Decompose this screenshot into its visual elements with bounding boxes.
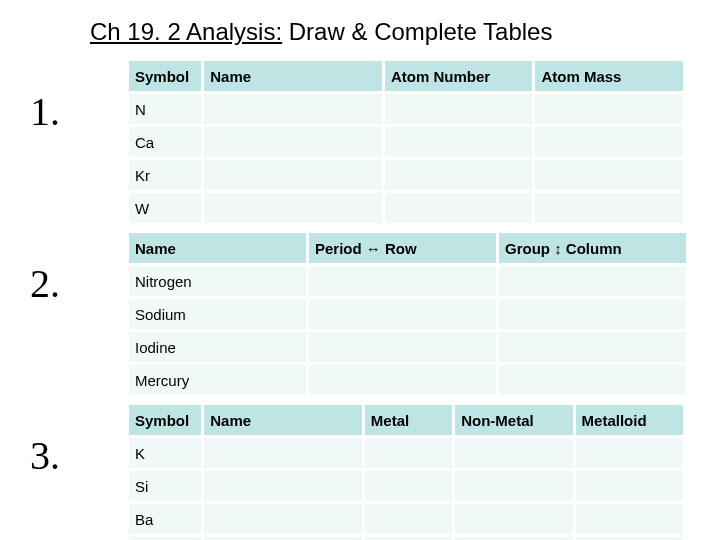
table-row: W: [128, 192, 685, 225]
table-row: Si: [128, 470, 685, 503]
t1-cell-symbol: Kr: [128, 159, 203, 192]
t1-cell-symbol: Ca: [128, 126, 203, 159]
t3-cell-nonmetal: [454, 536, 574, 541]
t3-cell-metalloid: [574, 470, 684, 503]
section-1: 1. Symbol Name Atom Number Atom Mass N C…: [30, 58, 690, 226]
table-row: Nitrogen: [128, 265, 688, 298]
t2-cell-group: [498, 364, 688, 397]
t1-cell-name: [203, 159, 384, 192]
t2-cell-period: [308, 298, 498, 331]
t1-cell-atom-number: [383, 192, 534, 225]
t3-cell-metal: [363, 470, 453, 503]
t3-cell-name: [203, 470, 364, 503]
table-row: S: [128, 536, 685, 541]
section-number-2: 2.: [30, 230, 126, 304]
t3-cell-symbol: Ba: [128, 503, 203, 536]
t2-cell-group: [498, 298, 688, 331]
t1-header-name: Name: [203, 60, 384, 93]
t3-cell-metal: [363, 437, 453, 470]
table-row: Ca: [128, 126, 685, 159]
t3-cell-metalloid: [574, 503, 684, 536]
t1-cell-symbol: N: [128, 93, 203, 126]
t3-header-metalloid: Metalloid: [574, 404, 684, 437]
t3-header-symbol: Symbol: [128, 404, 203, 437]
t3-header-name: Name: [203, 404, 364, 437]
t3-cell-name: [203, 503, 364, 536]
t2-cell-period: [308, 364, 498, 397]
t3-cell-name: [203, 536, 364, 541]
table-row: Sodium: [128, 298, 688, 331]
t3-cell-symbol: K: [128, 437, 203, 470]
t1-cell-atom-mass: [534, 126, 685, 159]
t2-header-group: Group ↕ Column: [498, 232, 688, 265]
t1-header-atom-number: Atom Number: [383, 60, 534, 93]
table-2: Name Period ↔ Row Group ↕ Column Nitroge…: [126, 230, 689, 398]
table-row: Mercury: [128, 364, 688, 397]
table-3: Symbol Name Metal Non-Metal Metalloid K …: [126, 402, 686, 540]
section-number-3: 3.: [30, 402, 126, 476]
t3-cell-nonmetal: [454, 470, 574, 503]
table-row: Kr: [128, 159, 685, 192]
section-3: 3. Symbol Name Metal Non-Metal Metalloid…: [30, 402, 690, 540]
t2-cell-name: Mercury: [128, 364, 308, 397]
page-title: Ch 19. 2 Analysis: Draw & Complete Table…: [90, 18, 690, 46]
title-underlined: Ch 19. 2 Analysis:: [90, 18, 282, 45]
t2-header-name: Name: [128, 232, 308, 265]
t1-cell-name: [203, 93, 384, 126]
t3-header-metal: Metal: [363, 404, 453, 437]
section-2: 2. Name Period ↔ Row Group ↕ Column Nitr…: [30, 230, 690, 398]
t1-cell-atom-mass: [534, 192, 685, 225]
table-row: Iodine: [128, 331, 688, 364]
t1-cell-atom-mass: [534, 93, 685, 126]
t3-cell-name: [203, 437, 364, 470]
table-row: K: [128, 437, 685, 470]
t3-header-nonmetal: Non-Metal: [454, 404, 574, 437]
t3-cell-metal: [363, 503, 453, 536]
t1-cell-name: [203, 126, 384, 159]
t3-cell-metalloid: [574, 536, 684, 541]
t2-header-period: Period ↔ Row: [308, 232, 498, 265]
t1-cell-atom-number: [383, 93, 534, 126]
t3-cell-nonmetal: [454, 503, 574, 536]
t1-cell-name: [203, 192, 384, 225]
title-rest: Draw & Complete Tables: [282, 18, 552, 45]
section-number-1: 1.: [30, 58, 126, 132]
table-row: Ba: [128, 503, 685, 536]
t1-header-symbol: Symbol: [128, 60, 203, 93]
t2-cell-group: [498, 331, 688, 364]
t2-cell-period: [308, 331, 498, 364]
t2-cell-group: [498, 265, 688, 298]
t1-cell-atom-number: [383, 159, 534, 192]
t2-cell-name: Nitrogen: [128, 265, 308, 298]
table-1: Symbol Name Atom Number Atom Mass N Ca K…: [126, 58, 686, 226]
t3-cell-metal: [363, 536, 453, 541]
t1-cell-symbol: W: [128, 192, 203, 225]
t1-header-atom-mass: Atom Mass: [534, 60, 685, 93]
t2-cell-name: Sodium: [128, 298, 308, 331]
table-row: N: [128, 93, 685, 126]
t3-cell-nonmetal: [454, 437, 574, 470]
t2-cell-period: [308, 265, 498, 298]
t3-cell-metalloid: [574, 437, 684, 470]
t3-cell-symbol: Si: [128, 470, 203, 503]
t2-cell-name: Iodine: [128, 331, 308, 364]
t1-cell-atom-mass: [534, 159, 685, 192]
t3-cell-symbol: S: [128, 536, 203, 541]
t1-cell-atom-number: [383, 126, 534, 159]
